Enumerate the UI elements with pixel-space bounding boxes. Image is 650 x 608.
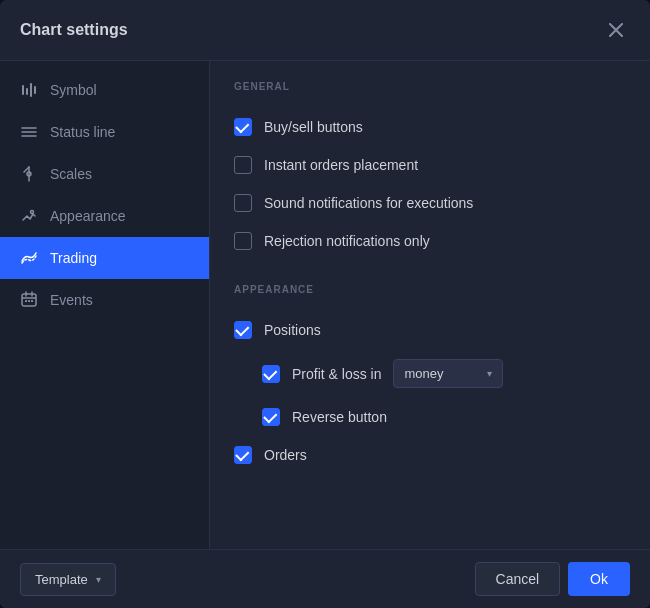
positions-label: Positions	[264, 322, 321, 338]
profit-loss-dropdown-value: money	[404, 366, 443, 381]
sidebar-item-scales[interactable]: Scales	[0, 153, 209, 195]
sidebar-item-status-line-label: Status line	[50, 124, 115, 140]
template-button-label: Template	[35, 572, 88, 587]
dialog-body: Symbol Status line	[0, 61, 650, 549]
svg-rect-1	[26, 88, 28, 95]
sound-notifications-checkbox[interactable]	[234, 194, 252, 212]
orders-checkbox[interactable]	[234, 446, 252, 464]
svg-rect-16	[28, 300, 30, 302]
close-button[interactable]	[602, 16, 630, 44]
setting-sound-notifications: Sound notifications for executions	[234, 184, 626, 222]
sidebar-item-status-line[interactable]: Status line	[0, 111, 209, 153]
profit-loss-checkmark	[262, 365, 280, 383]
dialog-title: Chart settings	[20, 21, 128, 39]
positions-checkbox[interactable]	[234, 321, 252, 339]
dialog-header: Chart settings	[0, 0, 650, 61]
setting-orders: Orders	[234, 436, 626, 474]
symbol-icon	[20, 81, 38, 99]
cancel-button[interactable]: Cancel	[475, 562, 561, 596]
sidebar-item-trading[interactable]: Trading	[0, 237, 209, 279]
buy-sell-buttons-checkmark	[234, 118, 252, 136]
appearance-icon	[20, 207, 38, 225]
positions-checkmark	[234, 321, 252, 339]
general-section: GENERAL Buy/sell buttons Inst	[234, 81, 626, 260]
sidebar-item-events-label: Events	[50, 292, 93, 308]
reverse-button-checkbox[interactable]	[262, 408, 280, 426]
main-content: GENERAL Buy/sell buttons Inst	[210, 61, 650, 549]
sidebar-item-trading-label: Trading	[50, 250, 97, 266]
rejection-notifications-checkbox[interactable]	[234, 232, 252, 250]
general-section-label: GENERAL	[234, 81, 626, 92]
sidebar-item-events[interactable]: Events	[0, 279, 209, 321]
instant-orders-label: Instant orders placement	[264, 157, 418, 173]
instant-orders-checkmark	[234, 156, 252, 174]
rejection-notifications-checkmark	[234, 232, 252, 250]
setting-rejection-notifications: Rejection notifications only	[234, 222, 626, 260]
template-arrow-icon: ▾	[96, 574, 101, 585]
status-line-icon	[20, 123, 38, 141]
setting-profit-loss: Profit & loss in money ▾	[234, 349, 626, 398]
ok-button[interactable]: Ok	[568, 562, 630, 596]
buy-sell-buttons-label: Buy/sell buttons	[264, 119, 363, 135]
setting-instant-orders: Instant orders placement	[234, 146, 626, 184]
setting-buy-sell-buttons: Buy/sell buttons	[234, 108, 626, 146]
svg-rect-3	[34, 86, 36, 94]
reverse-button-checkmark	[262, 408, 280, 426]
appearance-section-label: APPEARANCE	[234, 284, 626, 295]
orders-label: Orders	[264, 447, 307, 463]
rejection-notifications-label: Rejection notifications only	[264, 233, 430, 249]
sidebar: Symbol Status line	[0, 61, 210, 549]
svg-rect-2	[30, 83, 32, 97]
instant-orders-checkbox[interactable]	[234, 156, 252, 174]
sound-notifications-checkmark	[234, 194, 252, 212]
orders-checkmark	[234, 446, 252, 464]
sidebar-item-symbol[interactable]: Symbol	[0, 69, 209, 111]
trading-icon	[20, 249, 38, 267]
svg-point-10	[31, 211, 34, 214]
dialog-footer: Template ▾ Cancel Ok	[0, 549, 650, 608]
scales-icon	[20, 165, 38, 183]
profit-loss-dropdown[interactable]: money ▾	[393, 359, 503, 388]
sidebar-item-appearance-label: Appearance	[50, 208, 126, 224]
template-button[interactable]: Template ▾	[20, 563, 116, 596]
appearance-section: APPEARANCE Positions Profit &	[234, 284, 626, 474]
events-icon	[20, 291, 38, 309]
buy-sell-buttons-checkbox[interactable]	[234, 118, 252, 136]
svg-rect-0	[22, 85, 24, 95]
sound-notifications-label: Sound notifications for executions	[264, 195, 473, 211]
setting-positions: Positions	[234, 311, 626, 349]
svg-rect-15	[25, 300, 27, 302]
footer-actions: Cancel Ok	[475, 562, 630, 596]
sidebar-item-symbol-label: Symbol	[50, 82, 97, 98]
setting-reverse-button: Reverse button	[234, 398, 626, 436]
sidebar-item-scales-label: Scales	[50, 166, 92, 182]
dropdown-arrow-icon: ▾	[487, 368, 492, 379]
chart-settings-dialog: Chart settings	[0, 0, 650, 608]
profit-loss-label: Profit & loss in	[292, 366, 381, 382]
svg-rect-17	[31, 300, 33, 302]
profit-loss-checkbox[interactable]	[262, 365, 280, 383]
sidebar-item-appearance[interactable]: Appearance	[0, 195, 209, 237]
reverse-button-label: Reverse button	[292, 409, 387, 425]
